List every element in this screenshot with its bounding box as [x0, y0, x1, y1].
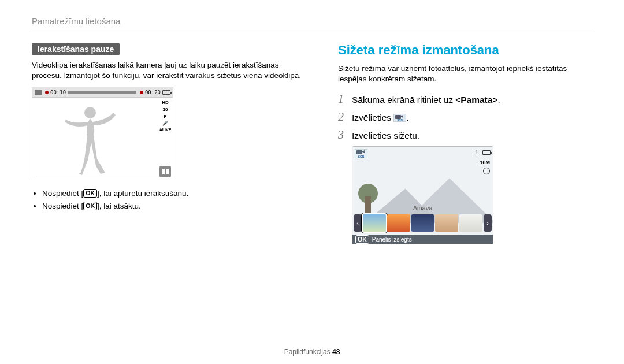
step-number: 3	[338, 128, 346, 142]
panel-off-label: Panelis izslēgts	[372, 236, 412, 243]
progress-bar	[68, 91, 136, 94]
scroll-left-button[interactable]: ‹	[354, 214, 362, 232]
right-paragraph: Sižetu režīmā var uzņemt fotoattēlus, iz…	[338, 64, 592, 84]
step-number: 1	[338, 92, 346, 106]
alive-indicator: ALIVE	[159, 128, 172, 132]
bullet-text: ], lai atsāktu.	[97, 202, 141, 210]
scene-thumb-dawn[interactable]	[411, 214, 434, 232]
svg-text:SCN: SCN	[398, 119, 403, 122]
camera-screen-scene: SCN 1 16M Ainava ‹	[352, 146, 493, 244]
step-text: Sākuma ekrānā ritiniet uz	[352, 95, 455, 105]
battery-icon	[482, 150, 491, 155]
step-bold: <Pamata>	[455, 95, 497, 105]
ok-key-icon: OK	[83, 202, 97, 210]
record-dot-icon	[45, 91, 49, 94]
left-column: Ierakstīšanas pauze Videoklipa ierakstīš…	[32, 43, 309, 244]
bullet-text: Nospiediet [	[42, 189, 83, 198]
scene-thumb-snow[interactable]	[459, 214, 482, 232]
fps-indicator: 30	[163, 107, 168, 112]
bullet-pause: Nospiediet [OK], lai apturētu ierakstīša…	[42, 187, 309, 200]
bullet-text: ], lai apturētu ierakstīšanu.	[97, 189, 188, 198]
record-dot-icon	[140, 91, 143, 94]
footer-section: Papildfunkcijas	[284, 348, 332, 356]
step-1: 1 Sākuma ekrānā ritiniet uz <Pamata>.	[338, 92, 592, 106]
svg-text:SCN: SCN	[358, 155, 365, 158]
battery-icon	[162, 90, 170, 95]
scene-thumb-portrait[interactable]	[435, 214, 458, 232]
scene-name-label: Ainava	[352, 205, 493, 211]
heading-scene-mode: Sižeta režīma izmantošana	[338, 43, 592, 58]
svg-point-0	[84, 107, 96, 118]
scene-thumbnail-row: ‹ ›	[352, 213, 493, 233]
recording-top-bar: 00:10 00:20	[32, 87, 173, 98]
scn-mode-icon: SCN	[355, 149, 367, 158]
skater-silhouette	[32, 98, 158, 180]
right-column: Sižeta režīma izmantošana Sižetu režīmā …	[338, 43, 592, 244]
recording-right-indicators: HD 30 F 🎤 ALIVE	[158, 98, 173, 180]
scroll-right-button[interactable]: ›	[484, 214, 492, 232]
scene-thumb-landscape[interactable]	[363, 214, 386, 232]
page-number: 48	[332, 348, 340, 356]
image-icon	[35, 90, 42, 95]
elapsed-time: 00:10	[50, 90, 66, 95]
step-text: Izvēlieties	[352, 113, 393, 122]
camera-screen-recording: 00:10 00:20	[32, 87, 173, 180]
ok-key-icon: OK	[83, 189, 97, 198]
step-3: 3 Izvēlieties sižetu.	[338, 128, 592, 142]
resolution-indicator: 16M	[480, 159, 490, 165]
scn-mode-icon: SCN	[393, 114, 406, 122]
step-2: 2 Izvēlieties SCN.	[338, 110, 592, 124]
svg-rect-2	[395, 115, 401, 119]
breadcrumb: Pamatrežīmu lietošana	[32, 16, 592, 26]
step-text: .	[406, 113, 408, 122]
step-number: 2	[338, 110, 346, 124]
step-text: .	[497, 95, 500, 105]
bullet-text: Nospiediet [	[42, 202, 83, 210]
top-right-status: 1	[475, 149, 491, 155]
left-paragraph: Videoklipa ierakstīšanas laikā kamera ļa…	[32, 60, 309, 81]
shot-count: 1	[475, 149, 478, 155]
pause-button[interactable]	[159, 166, 171, 177]
mic-icon: 🎤	[162, 121, 168, 126]
badge-recording-pause: Ierakstīšanas pauze	[32, 43, 120, 55]
page-footer: Papildfunkcijas 48	[0, 348, 624, 356]
bottom-ok-bar: OK Panelis izslēgts	[352, 235, 493, 244]
ok-key-icon: OK	[355, 235, 369, 244]
svg-rect-5	[356, 150, 362, 154]
bullet-resume: Nospiediet [OK], lai atsāktu.	[42, 200, 309, 213]
hd-indicator: HD	[162, 100, 169, 105]
step-text: Izvēlieties sižetu.	[352, 131, 419, 141]
divider	[32, 32, 592, 32]
f-indicator: F	[164, 114, 167, 119]
total-time: 00:20	[145, 90, 161, 95]
scene-thumb-sunset[interactable]	[387, 214, 410, 232]
